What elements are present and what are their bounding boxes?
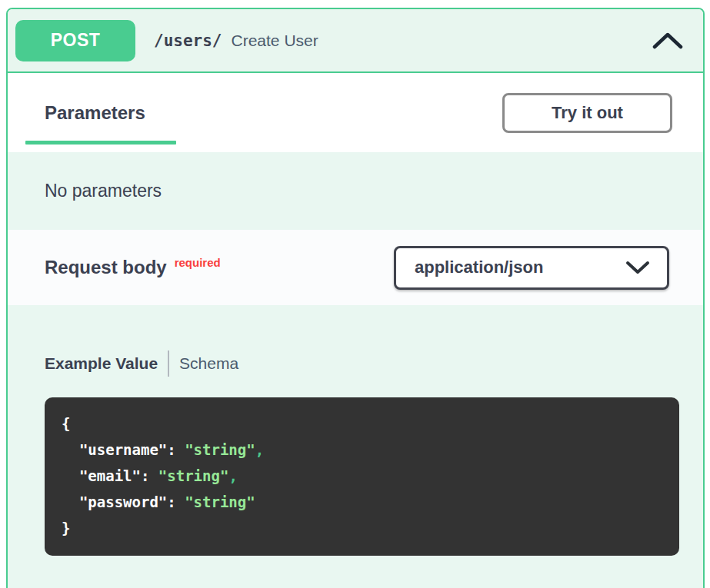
tab-example-value[interactable]: Example Value xyxy=(45,354,158,373)
request-body-heading: Request bodyrequired xyxy=(45,257,221,278)
request-body-title: Request body xyxy=(45,257,167,277)
chevron-down-icon xyxy=(625,261,650,274)
method-badge[interactable]: POST xyxy=(15,20,135,61)
parameters-header-row: Parameters Try it out xyxy=(8,73,703,152)
no-parameters-row: No parameters xyxy=(8,152,703,230)
tab-schema[interactable]: Schema xyxy=(179,354,238,373)
opblock-post-users: POST /users/ Create User Parameters Try … xyxy=(6,8,705,588)
opblock-summary[interactable]: POST /users/ Create User xyxy=(8,9,703,73)
required-badge: required xyxy=(175,256,221,269)
endpoint-path: /users/ xyxy=(154,32,222,50)
collapse-button[interactable] xyxy=(651,29,685,52)
active-tab-underline xyxy=(25,141,176,145)
media-type-select[interactable]: application/json xyxy=(394,246,669,290)
model-tabs: Example Value Schema xyxy=(45,350,666,377)
try-it-out-button[interactable]: Try it out xyxy=(502,93,672,133)
chevron-up-icon xyxy=(652,32,683,49)
no-parameters-text: No parameters xyxy=(45,181,162,201)
parameters-title: Parameters xyxy=(45,102,145,124)
example-code: { "username": "string", "email": "string… xyxy=(45,397,679,556)
endpoint-summary: Create User xyxy=(232,32,318,50)
media-type-value: application/json xyxy=(415,257,543,277)
model-example-section: Example Value Schema { "username": "stri… xyxy=(8,305,703,588)
request-body-row: Request bodyrequired application/json xyxy=(8,230,703,305)
tab-divider xyxy=(168,350,169,377)
